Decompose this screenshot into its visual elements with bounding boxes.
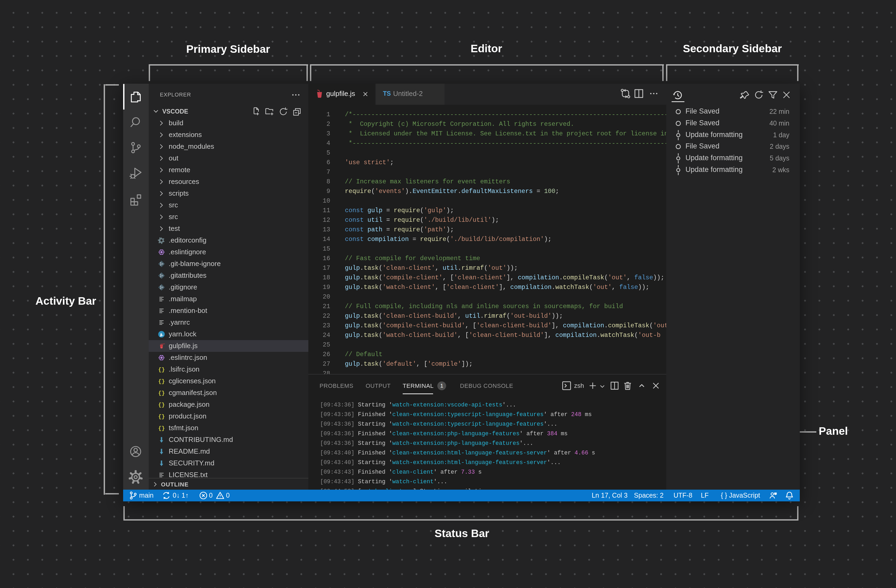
svg-text:{}: {} bbox=[158, 402, 165, 408]
svg-text:{}: {} bbox=[158, 390, 165, 396]
svg-text:{}: {} bbox=[158, 378, 165, 385]
svg-text:{}: {} bbox=[158, 425, 165, 431]
svg-text:{}: {} bbox=[158, 367, 165, 373]
svg-text:{}: {} bbox=[158, 414, 165, 420]
